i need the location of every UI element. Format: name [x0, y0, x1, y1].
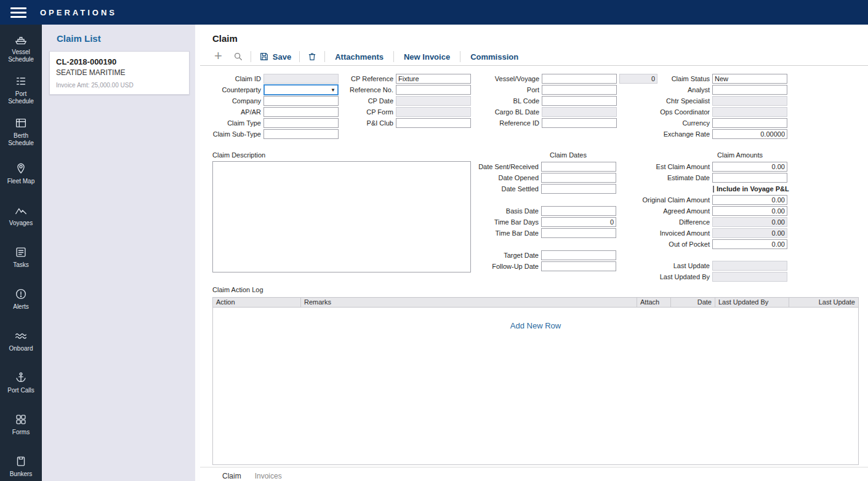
column-header-action[interactable]: Action	[213, 298, 301, 307]
claim-dates-header: Claim Dates	[472, 151, 618, 161]
follow-up-date-input[interactable]	[541, 261, 616, 271]
vessel-input[interactable]	[542, 74, 617, 84]
grid-icon	[14, 413, 28, 426]
sidebar-item-label: Forms	[12, 429, 30, 436]
reference-no-label: Reference No.	[340, 86, 396, 93]
basis-date-label: Basis Date	[472, 207, 541, 215]
sidebar-item-port-calls[interactable]: Port Calls	[0, 362, 42, 403]
ops-coordinator-label: Ops Coordinator	[660, 108, 712, 116]
claim-sub-type-input[interactable]	[263, 129, 339, 139]
sidebar-item-berth-schedule[interactable]: Berth Schedule	[0, 111, 42, 153]
sidebar-item-onboard[interactable]: Onboard	[0, 320, 42, 362]
sidebar-item-label: Vessel Schedule	[2, 49, 39, 63]
sidebar-item-label: Port Schedule	[2, 90, 39, 105]
commission-button[interactable]: Commission	[462, 52, 526, 62]
currency-input[interactable]	[712, 118, 787, 128]
sidebar-item-label: Port Calls	[7, 387, 34, 394]
exchange-rate-label: Exchange Rate	[660, 130, 712, 138]
out-of-pocket-input[interactable]	[712, 239, 787, 249]
sidebar-item-voyages[interactable]: Voyages	[0, 194, 42, 236]
last-update-label: Last Update	[638, 262, 712, 269]
ap-ar-input[interactable]	[263, 107, 339, 117]
include-voyage-pnl-checkbox[interactable]	[713, 186, 714, 193]
save-icon	[259, 52, 269, 62]
pi-club-label: P&I Club	[340, 119, 396, 127]
sidebar-item-vessel-schedule[interactable]: Vessel Schedule	[0, 27, 42, 69]
claim-list-title: Claim List	[57, 33, 195, 44]
cp-reference-label: CP Reference	[340, 75, 396, 82]
route-icon	[14, 204, 28, 217]
counterparty-label: Counterparty	[212, 86, 263, 93]
tab-invoices[interactable]: Invoices	[249, 469, 287, 481]
column-header-last-updated-by[interactable]: Last Updated By	[715, 298, 789, 307]
pi-club-input[interactable]	[396, 118, 471, 128]
claim-type-input[interactable]	[263, 118, 339, 128]
date-opened-label: Date Opened	[472, 174, 541, 181]
toolbar-divider	[393, 51, 394, 62]
counterparty-select[interactable]: ▼	[263, 84, 339, 95]
cp-date-label: CP Date	[340, 97, 396, 105]
port-input[interactable]	[542, 85, 617, 95]
save-button[interactable]: Save	[253, 52, 297, 62]
add-button[interactable]: +	[214, 50, 228, 63]
estimate-date-input[interactable]	[712, 173, 787, 183]
add-new-row-button[interactable]: Add New Row	[510, 321, 561, 330]
sidebar-item-label: Voyages	[9, 220, 33, 227]
sidebar-item-tasks[interactable]: Tasks	[0, 236, 42, 278]
claim-action-log-section: Claim Action Log Action Remarks Attach D…	[212, 286, 859, 465]
basis-date-input[interactable]	[541, 206, 616, 216]
menu-icon[interactable]	[10, 7, 26, 18]
delete-button[interactable]	[302, 52, 323, 62]
new-invoice-button[interactable]: New Invoice	[396, 52, 458, 62]
claim-form-middle: Claim Description Claim Dates Date Sent/…	[212, 151, 868, 282]
sidebar-item-label: Berth Schedule	[2, 132, 39, 147]
reference-no-input[interactable]	[396, 85, 471, 95]
out-of-pocket-label: Out of Pocket	[638, 240, 712, 248]
company-input[interactable]	[263, 96, 339, 106]
date-sent-received-input[interactable]	[541, 162, 616, 172]
claim-list-item[interactable]: CL-2018-000190 SEATIDE MARITIME Invoice …	[49, 51, 190, 95]
agreed-amount-input[interactable]	[712, 206, 787, 216]
cp-reference-input[interactable]	[396, 74, 471, 84]
original-claim-amount-input[interactable]	[712, 195, 787, 205]
cargo-bl-date-input	[542, 107, 617, 117]
search-button[interactable]	[228, 52, 249, 62]
last-updated-by-label: Last Updated By	[638, 273, 712, 280]
action-log-table: Action Remarks Attach Date Last Updated …	[212, 297, 859, 465]
original-claim-amount-label: Original Claim Amount	[638, 196, 712, 204]
date-opened-input[interactable]	[541, 173, 616, 183]
est-claim-amount-input[interactable]	[712, 162, 787, 172]
reference-id-input[interactable]	[542, 118, 617, 128]
target-date-input[interactable]	[541, 250, 616, 260]
estimate-date-label: Estimate Date	[638, 174, 712, 181]
chtr-specialist-label: Chtr Specialist	[660, 97, 712, 105]
column-header-date[interactable]: Date	[671, 298, 715, 307]
sidebar-item-port-schedule[interactable]: Port Schedule	[0, 69, 42, 111]
sidebar-item-bunkers[interactable]: Bunkers	[0, 445, 42, 481]
tab-claim[interactable]: Claim	[217, 469, 247, 481]
time-bar-days-input[interactable]	[541, 217, 616, 227]
cp-date-input	[396, 96, 471, 106]
last-updated-by-input	[712, 272, 787, 282]
column-header-attach[interactable]: Attach	[637, 298, 671, 307]
analyst-input[interactable]	[712, 85, 787, 95]
sidebar-item-forms[interactable]: Forms	[0, 403, 42, 445]
sidebar-item-fleet-map[interactable]: Fleet Map	[0, 153, 42, 194]
time-bar-days-label: Time Bar Days	[472, 218, 541, 226]
claim-status-input[interactable]	[712, 74, 787, 84]
bl-code-input[interactable]	[542, 96, 617, 106]
list-icon	[14, 74, 28, 88]
claim-sub-type-label: Claim Sub-Type	[212, 130, 263, 138]
attachments-button[interactable]: Attachments	[327, 52, 392, 62]
ship-icon	[14, 33, 28, 46]
exchange-rate-input[interactable]	[712, 129, 787, 139]
time-bar-date-input[interactable]	[541, 228, 616, 238]
anchor-icon	[14, 371, 28, 384]
column-header-last-update[interactable]: Last Update	[789, 298, 858, 307]
date-settled-input[interactable]	[541, 184, 616, 194]
claim-description-textarea[interactable]	[212, 161, 471, 272]
toolbar-divider	[299, 51, 300, 62]
sidebar-item-alerts[interactable]: Alerts	[0, 278, 42, 320]
ap-ar-label: AP/AR	[212, 108, 263, 116]
column-header-remarks[interactable]: Remarks	[301, 298, 637, 307]
